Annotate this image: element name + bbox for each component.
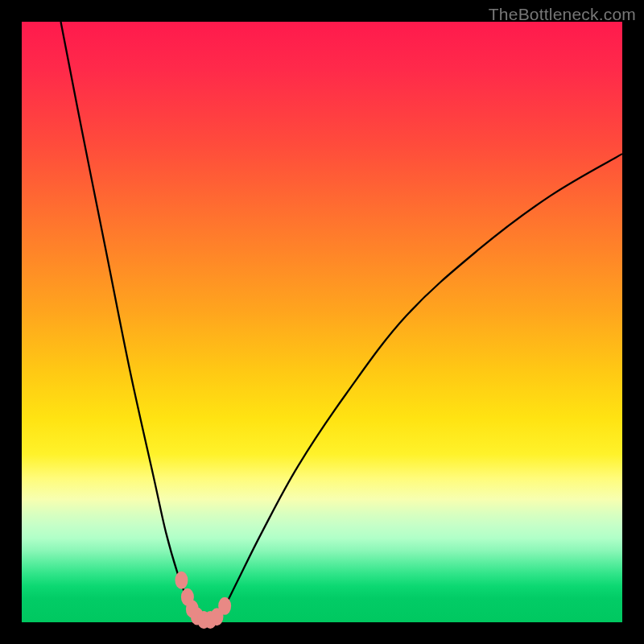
plot-area <box>22 22 622 622</box>
series-right-branch <box>217 154 622 617</box>
markers-group <box>175 572 231 629</box>
series-left-branch <box>60 22 197 617</box>
curves-layer <box>22 22 622 622</box>
marker-point <box>175 572 188 589</box>
chart-frame: TheBottleneck.com <box>0 0 644 644</box>
watermark-text: TheBottleneck.com <box>489 5 636 24</box>
marker-point <box>218 597 231 615</box>
